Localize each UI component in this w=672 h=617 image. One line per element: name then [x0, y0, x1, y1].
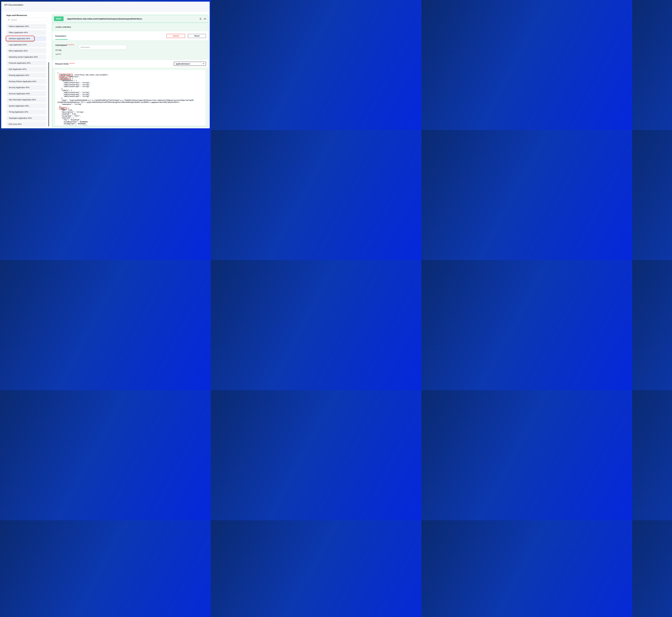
- parameters-section: namespace*required string (path): [52, 40, 208, 60]
- sidebar-item-label: System Application APIs: [9, 105, 29, 107]
- endpoint-header[interactable]: POST /apps/interfaces.eda.nokia.com/v1al…: [52, 15, 208, 23]
- code-line: },: [57, 105, 203, 107]
- required-asterisk: *: [67, 44, 68, 46]
- sidebar-item-label: Routing Application APIs: [9, 74, 29, 76]
- search-input[interactable]: [11, 19, 45, 21]
- endpoint-description: create a Interface: [52, 23, 208, 31]
- code-line: },: [57, 87, 203, 89]
- sidebar-item[interactable]: Protocols Application APIs: [6, 60, 46, 65]
- page-title: API Documentation: [4, 4, 23, 6]
- sidebar-item[interactable]: Filters Application APIs: [6, 30, 46, 35]
- request-body-example-section: { "apiVersion": "interfaces.eda.nokia.co…: [52, 67, 208, 127]
- parameters-control-bar: Parameters Cancel Reset: [52, 31, 208, 40]
- code-line: "fec": "disabled",: [57, 119, 203, 121]
- chevron-up-icon[interactable]: [204, 18, 206, 20]
- code-line: {: [57, 72, 203, 74]
- code-line: "additionalProp2": "string",: [57, 93, 203, 95]
- app-window: API Documentation Apps and Resources Fab…: [1, 2, 210, 128]
- sidebar-item-label: Site Information Application APIs: [9, 98, 36, 101]
- title-bar: API Documentation: [1, 2, 210, 8]
- code-line: },: [57, 97, 203, 99]
- secondary-toolbar: [1, 8, 210, 11]
- unlock-icon[interactable]: [199, 17, 202, 20]
- sidebar-item-label: Mirror Application APIs: [9, 50, 28, 52]
- code-line: "additionalProp1": "string",: [57, 82, 203, 84]
- code-line: "spec": {: [57, 107, 203, 109]
- code-line: "additionalProp1": "string",: [57, 91, 203, 93]
- content-type-value: application/json: [176, 63, 190, 65]
- sidebar-scrollbar[interactable]: [48, 62, 49, 127]
- tab-active-underline: [55, 39, 68, 40]
- sidebar-item-label: Routing Policies Application APIs: [9, 80, 36, 82]
- request-body-required-label: required: [69, 62, 74, 64]
- sidebar-item[interactable]: Site Information Application APIs: [6, 97, 46, 102]
- sidebar-item[interactable]: QoS Application APIs: [6, 67, 46, 72]
- sidebar-item[interactable]: Services Application APIs: [6, 91, 46, 96]
- namespace-input[interactable]: [78, 45, 126, 49]
- sidebar-item-label: QoS Application APIs: [9, 68, 26, 70]
- code-line: "namespace": "string": [57, 103, 203, 106]
- sidebar-item-label: Protocols Application APIs: [9, 62, 31, 64]
- reset-button[interactable]: Reset: [188, 34, 206, 38]
- sidebar-item-label: Filters Application APIs: [9, 31, 28, 34]
- endpoint-panel: POST /apps/interfaces.eda.nokia.com/v1al…: [52, 15, 208, 127]
- sidebar-item[interactable]: EDA Core APIs: [6, 122, 46, 127]
- code-line: "metadata": {: [57, 78, 203, 80]
- search-icon: [8, 19, 10, 21]
- sidebar-item-label: EDA Core APIs: [9, 123, 21, 125]
- sidebar-item[interactable]: Mirror Application APIs: [6, 48, 46, 53]
- content-type-select[interactable]: application/json: [174, 62, 206, 66]
- annotation-red-box: "apiVersion":: [59, 74, 73, 76]
- annotation-red-box: "kind":: [59, 76, 67, 78]
- code-line: "encapType": "null",: [57, 115, 203, 117]
- code-line: "description": "string",: [57, 111, 203, 113]
- code-line: "name": "4cpstxw2kk03a4bnb6.p.l.m.tzq55d…: [57, 99, 203, 103]
- sidebar-item[interactable]: Fabrics Application APIs: [6, 24, 46, 29]
- sidebar-item-label: Security Application APIs: [9, 86, 30, 88]
- param-name-label: namespace*required: [55, 44, 74, 46]
- sidebar-item-label: Timing Application APIs: [9, 111, 28, 113]
- sidebar-search[interactable]: [6, 18, 47, 22]
- sidebar-item[interactable]: Timing Application APIs: [6, 110, 46, 115]
- annotation-red-box: "spec":: [59, 107, 67, 109]
- content-area: Apps and Resources Fabrics Application A…: [1, 11, 210, 128]
- sidebar-item[interactable]: Operating System Application APIs: [6, 54, 46, 59]
- code-line: "holdUpTimer": 86400000,: [57, 123, 203, 125]
- code-line: "annotations": {: [57, 80, 203, 82]
- code-line: "additionalProp2": "string",: [57, 84, 203, 86]
- request-body-bar: Request bodyrequired application/json: [52, 60, 208, 67]
- code-line: "additionalProp3": "string": [57, 95, 203, 97]
- cancel-button[interactable]: Cancel: [167, 34, 185, 38]
- tab-parameters[interactable]: Parameters: [55, 35, 66, 37]
- code-line: "ddm": true,: [57, 109, 203, 111]
- param-location-label: (path): [55, 53, 61, 55]
- code-block: { "apiVersion": "interfaces.eda.nokia.co…: [55, 70, 205, 125]
- annotation-red-box: "metadata":: [59, 78, 71, 80]
- sidebar-heading: Apps and Resources: [6, 14, 27, 17]
- sidebar-list: Fabrics Application APIs Filters Applica…: [6, 24, 46, 128]
- sidebar-item-label: Topologies Application APIs: [9, 117, 32, 119]
- param-type-label: string: [55, 49, 61, 51]
- method-badge: POST: [54, 16, 63, 21]
- code-line: "apiVersion": "interfaces.eda.nokia.com/…: [57, 74, 203, 76]
- required-label: required: [68, 44, 74, 45]
- sidebar-item[interactable]: System Application APIs: [6, 103, 46, 109]
- sidebar-item[interactable]: Logs Application APIs: [6, 42, 46, 47]
- sidebar-item[interactable]: Interface Application APIs: [6, 36, 46, 41]
- code-line: "holdDownTimer": 86400000,: [57, 121, 203, 123]
- sidebar-item[interactable]: Routing Application APIs: [6, 73, 46, 78]
- request-body-label: Request bodyrequired: [55, 63, 75, 65]
- code-line: "ethernet": {: [57, 117, 203, 119]
- code-line: "kind": "Interface",: [57, 76, 203, 78]
- sidebar-item-label: Logs Application APIs: [9, 44, 27, 46]
- chevron-down-icon: [203, 63, 204, 64]
- sidebar-item[interactable]: Routing Policies Application APIs: [6, 79, 46, 84]
- code-line: "labels": {: [57, 89, 203, 91]
- sidebar-item-label: Fabrics Application APIs: [9, 25, 29, 27]
- sidebar-item[interactable]: Security Application APIs: [6, 85, 46, 90]
- sidebar-item-label: Interface Application APIs: [9, 37, 30, 40]
- code-line: "reloadDelayTimer": 86400: [57, 125, 203, 125]
- sidebar-item-label: Operating System Application APIs: [9, 56, 38, 58]
- sidebar-item[interactable]: Topologies Application APIs: [6, 116, 46, 121]
- sidebar-item-label: Services Application APIs: [9, 92, 30, 95]
